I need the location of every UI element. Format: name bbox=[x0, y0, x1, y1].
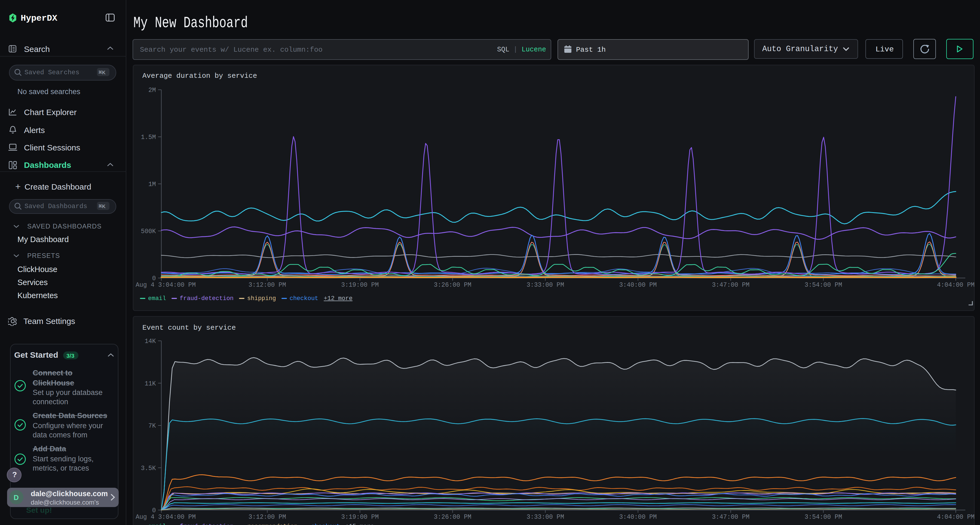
svg-text:2M: 2M bbox=[148, 87, 156, 94]
svg-text:4:04:00 PM: 4:04:00 PM bbox=[937, 282, 975, 289]
svg-text:Aug 4 3:04:00 PM: Aug 4 3:04:00 PM bbox=[135, 514, 196, 521]
svg-text:1M: 1M bbox=[148, 181, 156, 188]
svg-text:Aug 4 3:04:00 PM: Aug 4 3:04:00 PM bbox=[135, 282, 196, 289]
svg-text:11K: 11K bbox=[145, 380, 156, 387]
svg-text:3:40:00 PM: 3:40:00 PM bbox=[619, 514, 657, 521]
svg-text:14K: 14K bbox=[145, 338, 156, 345]
svg-text:3:54:00 PM: 3:54:00 PM bbox=[805, 514, 842, 521]
svg-text:3:19:00 PM: 3:19:00 PM bbox=[341, 514, 379, 521]
svg-text:1.5M: 1.5M bbox=[141, 134, 156, 141]
svg-text:0: 0 bbox=[152, 275, 156, 282]
svg-text:3:54:00 PM: 3:54:00 PM bbox=[805, 282, 842, 289]
svg-text:500K: 500K bbox=[141, 228, 156, 235]
svg-text:3.5K: 3.5K bbox=[141, 465, 156, 472]
svg-text:0: 0 bbox=[152, 507, 156, 514]
svg-text:3:33:00 PM: 3:33:00 PM bbox=[527, 282, 564, 289]
svg-text:4:04:00 PM: 4:04:00 PM bbox=[937, 514, 975, 521]
svg-text:3:12:00 PM: 3:12:00 PM bbox=[248, 514, 286, 521]
svg-text:3:26:00 PM: 3:26:00 PM bbox=[434, 514, 471, 521]
svg-text:3:26:00 PM: 3:26:00 PM bbox=[434, 282, 471, 289]
svg-text:3:47:00 PM: 3:47:00 PM bbox=[712, 514, 749, 521]
svg-text:3:33:00 PM: 3:33:00 PM bbox=[527, 514, 564, 521]
svg-text:3:19:00 PM: 3:19:00 PM bbox=[341, 282, 379, 289]
svg-text:7K: 7K bbox=[148, 422, 156, 430]
svg-text:3:47:00 PM: 3:47:00 PM bbox=[712, 282, 749, 289]
svg-text:3:12:00 PM: 3:12:00 PM bbox=[248, 282, 286, 289]
svg-text:3:40:00 PM: 3:40:00 PM bbox=[619, 282, 657, 289]
